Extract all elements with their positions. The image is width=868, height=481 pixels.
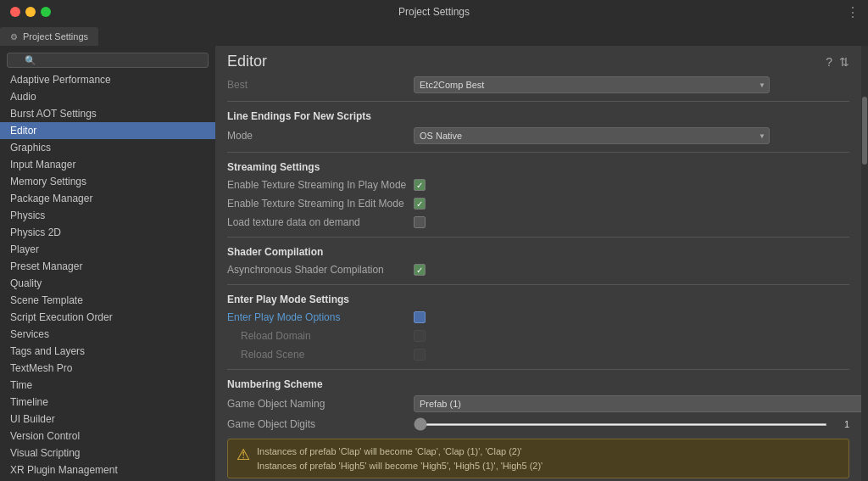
gear-icon: ⚙ — [10, 32, 18, 42]
warning-box: ⚠ Instances of prefab 'Clap' will become… — [227, 439, 849, 478]
enable-edit-row: Enable Texture Streaming In Edit Mode — [227, 194, 849, 213]
warning-line-2: Instances of prefab 'High5' will become … — [257, 459, 542, 473]
game-object-digits-row: Game Object Digits 1 — [227, 415, 849, 433]
sidebar-item-version[interactable]: Version Control — [0, 428, 215, 445]
enter-play-options-cb-wrapper — [414, 311, 426, 323]
shader-heading: Shader Compilation — [227, 246, 849, 258]
reload-domain-checkbox[interactable] — [414, 330, 426, 342]
sidebar-item-tags[interactable]: Tags and Layers — [0, 343, 215, 360]
sidebar-item-physics2d[interactable]: Physics 2D — [0, 224, 215, 241]
sidebar-item-audio[interactable]: Audio — [0, 88, 215, 105]
streaming-heading: Streaming Settings — [227, 161, 849, 173]
sidebar-item-xr[interactable]: XR Plugin Management — [0, 461, 215, 478]
best-label: Best — [227, 79, 414, 91]
async-shader-checkbox[interactable] — [414, 264, 426, 276]
tabbar: ⚙ Project Settings — [0, 24, 868, 46]
scrollbar-thumb[interactable] — [862, 97, 867, 165]
enter-play-options-row: Enter Play Mode Options — [227, 308, 849, 327]
maximize-button[interactable] — [41, 7, 51, 17]
enable-edit-checkbox[interactable] — [414, 198, 426, 210]
sidebar-item-package[interactable]: Package Manager — [0, 190, 215, 207]
scrollbar[interactable] — [861, 46, 868, 481]
sidebar-item-services[interactable]: Services — [0, 326, 215, 343]
sidebar-item-memory[interactable]: Memory Settings — [0, 173, 215, 190]
sidebar-item-visual[interactable]: Visual Scripting — [0, 445, 215, 461]
game-object-naming-label: Game Object Naming — [227, 398, 414, 410]
warning-line-1: Instances of prefab 'Clap' will become '… — [257, 445, 542, 459]
separator-3 — [227, 237, 849, 238]
best-dropdown[interactable]: Etc2Comp Best — [414, 76, 770, 93]
reload-scene-label: Reload Scene — [227, 349, 414, 361]
mode-label: Mode — [227, 130, 414, 142]
reload-scene-checkbox[interactable] — [414, 349, 426, 361]
warning-text: Instances of prefab 'Clap' will become '… — [257, 445, 542, 473]
main-layout: Adaptive Performance Audio Burst AOT Set… — [0, 46, 868, 481]
separator-1 — [227, 101, 849, 102]
tab-project-settings[interactable]: ⚙ Project Settings — [0, 27, 98, 46]
enter-play-options-label[interactable]: Enter Play Mode Options — [227, 311, 414, 323]
reload-scene-row: Reload Scene — [227, 345, 849, 364]
sidebar-item-time[interactable]: Time — [0, 377, 215, 394]
content-body: Best Etc2Comp Best Line Endings For New … — [215, 74, 861, 481]
best-dropdown-wrapper: Etc2Comp Best — [414, 76, 770, 93]
sidebar-item-player[interactable]: Player — [0, 241, 215, 258]
titlebar: Project Settings ⋮ — [0, 0, 868, 24]
content-panel: Editor ? ⇅ Best Etc2Comp Best Line Endin… — [215, 46, 861, 481]
window-title: Project Settings — [398, 6, 470, 18]
mode-dropdown[interactable]: OS Native — [414, 127, 770, 144]
sidebar-item-physics[interactable]: Physics — [0, 207, 215, 224]
sidebar: Adaptive Performance Audio Burst AOT Set… — [0, 46, 215, 481]
digits-slider-wrapper: 1 — [414, 419, 849, 429]
sidebar-item-script-order[interactable]: Script Execution Order — [0, 309, 215, 326]
enter-play-heading: Enter Play Mode Settings — [227, 294, 849, 305]
enter-play-options-checkbox[interactable] — [414, 311, 426, 323]
enable-edit-cb-wrapper — [414, 198, 426, 210]
separator-5 — [227, 369, 849, 370]
enable-play-checkbox[interactable] — [414, 179, 426, 191]
load-texture-label: Load texture data on demand — [227, 216, 414, 228]
enable-play-cb-wrapper — [414, 179, 426, 191]
sidebar-item-input[interactable]: Input Manager — [0, 156, 215, 173]
sidebar-item-quality[interactable]: Quality — [0, 275, 215, 292]
sidebar-item-ui-builder[interactable]: UI Builder — [0, 411, 215, 428]
numbering-heading: Numbering Scheme — [227, 378, 849, 390]
sidebar-item-scene[interactable]: Scene Template — [0, 292, 215, 309]
sidebar-item-graphics[interactable]: Graphics — [0, 139, 215, 156]
sidebar-item-textmesh[interactable]: TextMesh Pro — [0, 360, 215, 377]
sidebar-item-editor[interactable]: Editor — [0, 122, 215, 139]
reload-domain-label: Reload Domain — [227, 330, 414, 342]
sidebar-item-adaptive[interactable]: Adaptive Performance — [0, 71, 215, 88]
async-shader-row: Asynchronous Shader Compilation — [227, 260, 849, 279]
load-texture-row: Load texture data on demand — [227, 213, 849, 232]
game-object-digits-label: Game Object Digits — [227, 418, 414, 430]
load-texture-checkbox[interactable] — [414, 216, 426, 228]
menu-icon[interactable]: ⋮ — [846, 4, 860, 20]
async-shader-label: Asynchronous Shader Compilation — [227, 264, 414, 276]
reload-domain-cb-wrapper — [414, 330, 426, 342]
help-icon[interactable]: ? — [826, 55, 832, 69]
lock-icon[interactable]: ⇅ — [839, 55, 849, 69]
digits-slider[interactable] — [414, 423, 827, 426]
close-button[interactable] — [10, 7, 20, 17]
naming-dropdown-wrapper: Prefab (1) — [414, 395, 861, 412]
window-controls — [10, 7, 51, 17]
sidebar-item-timeline[interactable]: Timeline — [0, 394, 215, 411]
sidebar-search-wrapper — [0, 49, 215, 71]
enable-edit-label: Enable Texture Streaming In Edit Mode — [227, 198, 414, 210]
reload-scene-cb-wrapper — [414, 349, 426, 361]
content-header: Editor ? ⇅ — [215, 46, 861, 74]
minimize-button[interactable] — [25, 7, 36, 17]
tab-label: Project Settings — [23, 31, 88, 42]
header-icons: ? ⇅ — [826, 55, 849, 69]
line-endings-heading: Line Endings For New Scripts — [227, 110, 849, 122]
enable-play-label: Enable Texture Streaming In Play Mode — [227, 179, 414, 191]
load-texture-cb-wrapper — [414, 216, 426, 228]
separator-2 — [227, 152, 849, 153]
async-shader-cb-wrapper — [414, 264, 426, 276]
search-input[interactable] — [7, 53, 209, 68]
best-row: Best Etc2Comp Best — [227, 74, 849, 96]
warning-icon: ⚠ — [236, 445, 250, 464]
sidebar-item-preset[interactable]: Preset Manager — [0, 258, 215, 275]
sidebar-item-burst[interactable]: Burst AOT Settings — [0, 105, 215, 122]
naming-dropdown[interactable]: Prefab (1) — [414, 395, 861, 412]
